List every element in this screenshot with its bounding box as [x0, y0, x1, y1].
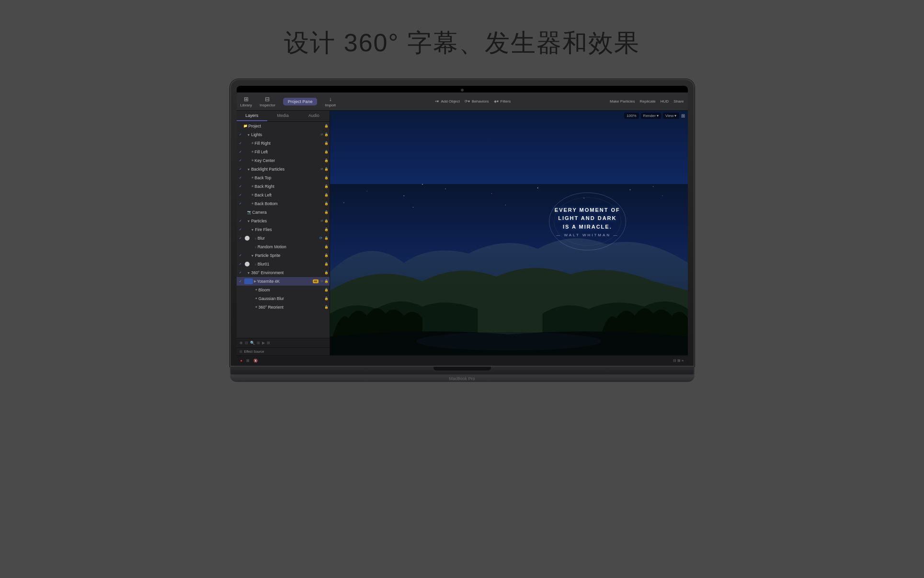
quote-overlay: EVERY MOMENT OF LIGHT AND DARK IS A MIRA… [540, 197, 635, 247]
panel-bottom: ⊕ ⊟ 🔍 ⊞ ▶ ⊠ [237, 338, 330, 347]
layer-check: ✓ [238, 192, 243, 198]
layer-back-right[interactable]: ✓ ☀ Back Right 🔒 [237, 182, 330, 191]
layer-name: Fill Right [255, 141, 323, 146]
triangle-icon: ▼ [247, 168, 251, 171]
panel-tabs: Layers Media Audio [237, 111, 330, 122]
layer-lights[interactable]: ✓ ▼ Lights ⇄ 🔒 [237, 130, 330, 139]
light-icon: ☀ [251, 185, 254, 188]
svg-point-11 [403, 196, 404, 197]
lock-icon: 🔒 [324, 271, 329, 275]
lock-icon: 🔒 [324, 228, 329, 231]
svg-point-12 [445, 188, 445, 189]
layer-name: Back Top [255, 175, 323, 180]
layer-gaussian-blur[interactable]: ✦ Gaussian Blur 🔒 [237, 294, 330, 303]
lock-icon: 🔒 [324, 236, 329, 240]
tab-layers[interactable]: Layers [237, 111, 268, 121]
layer-check: ✓ [238, 218, 243, 224]
tab-media[interactable]: Media [267, 111, 298, 121]
lock-icon: 🔒 [324, 297, 329, 301]
main-area: Layers Media Audio 📁 Project 🔒 [237, 111, 688, 355]
layer-name: Blur01 [258, 262, 323, 266]
layer-back-bottom[interactable]: ✓ ☀ Back Bottom 🔒 [237, 199, 330, 208]
screen-content: ⊞ Library ⊟ Inspector Project Pane ↓ I [237, 92, 688, 366]
make-particles-button[interactable]: Make Particles [610, 99, 635, 104]
layer-check: ✓ [238, 158, 243, 163]
layer-back-left[interactable]: ✓ ☀ Back Left 🔒 [237, 191, 330, 199]
library-button[interactable]: ⊞ Library [240, 96, 252, 107]
behaviors-button[interactable]: ⟳▾ Behaviors [465, 99, 489, 104]
triangle-icon: ▼ [247, 271, 251, 275]
triangle-icon: ▼ [247, 133, 251, 137]
hud-button[interactable]: HUD [661, 99, 669, 104]
svg-point-14 [537, 187, 538, 188]
project-pane-button[interactable]: Project Pane [283, 98, 318, 105]
layer-particles[interactable]: ✓ ▼ Particles ⇄ 🔒 [237, 217, 330, 225]
layer-blur[interactable]: ✓ ○ Blur ⟳ 🔒 [237, 234, 330, 243]
layer-blur01[interactable]: ✓ ○ Blur01 🔒 [237, 260, 330, 268]
arrows-icon: ⇄ [320, 167, 323, 171]
lock-icon: 🔒 [324, 193, 329, 197]
lock-icon: 🔒 [324, 141, 329, 145]
layer-back-top[interactable]: ✓ ☀ Back Top 🔒 [237, 173, 330, 182]
add-object-button[interactable]: +▾ Add Object [435, 99, 460, 104]
layer-check [238, 123, 243, 129]
status-bar: ● ⊞ 🔇 ⊟ ⊠ ≡ [237, 355, 688, 366]
layer-name: Back Right [255, 184, 323, 189]
svg-point-19 [412, 207, 413, 208]
light-icon: ☀ [251, 159, 254, 162]
filters-button[interactable]: ◈▾ Filters [494, 99, 511, 104]
render-btn[interactable]: Render ▾ [641, 113, 661, 119]
lock-icon: 🔒 [324, 254, 329, 257]
layer-yosemite[interactable]: ✓ ▶ Yosemite 4K 4K ⇄ 🔒 [237, 277, 330, 286]
layer-bloom[interactable]: ✦ Bloom 🔒 [237, 286, 330, 294]
camera-dot [461, 89, 464, 92]
layer-particle-sprite[interactable]: ✓ ▼ Particle Sprite 🔒 [237, 251, 330, 260]
quote-text: EVERY MOMENT OF LIGHT AND DARK IS A MIRA… [555, 206, 620, 231]
share-button[interactable]: Share [673, 99, 684, 104]
layer-check [238, 304, 243, 310]
arrows-icon: ⇄ [320, 133, 323, 137]
layer-backlight-particles[interactable]: ✓ ▼ Backlight Particles ⇄ 🔒 [237, 165, 330, 173]
layer-name: Blur [258, 236, 319, 241]
layer-check: ✓ [238, 140, 243, 146]
light-icon: ☀ [251, 193, 254, 197]
layer-name: 360° Reorient [259, 305, 323, 310]
lock-icon: 🔒 [324, 305, 329, 309]
layer-360-reorient[interactable]: ✦ 360° Reorient 🔒 [237, 303, 330, 312]
effect-icon: ✦ [255, 297, 258, 301]
layer-check: ✓ [238, 166, 243, 172]
svg-point-13 [491, 193, 491, 194]
fullscreen-btn[interactable]: ⊞ [681, 113, 685, 118]
macbook-hinge [230, 367, 695, 375]
light-icon: ☀ [251, 202, 254, 206]
circle-icon: ○ [255, 263, 257, 266]
layer-fill-left[interactable]: ✓ ☀ Fill Left 🔒 [237, 148, 330, 156]
triangle-icon: ▼ [251, 254, 254, 257]
inspector-button[interactable]: ⊟ Inspector [260, 96, 275, 107]
lock-icon: 🔒 [324, 124, 329, 128]
layer-name: Fire Flies [255, 227, 323, 232]
layer-key-center[interactable]: ✓ ☀ Key Center 🔒 [237, 156, 330, 165]
macbook-base: MacBook Pro [230, 375, 695, 382]
layer-project[interactable]: 📁 Project 🔒 [237, 122, 330, 130]
lock-icon: 🔒 [324, 288, 329, 292]
layer-360-env[interactable]: ✓ ▼ 360° Environment 🔒 [237, 268, 330, 277]
replicate-button[interactable]: Replicate [639, 99, 655, 104]
view-btn[interactable]: View ▾ [663, 113, 679, 119]
svg-point-22 [416, 332, 601, 351]
layer-fill-right[interactable]: ✓ ☀ Fill Right 🔒 [237, 139, 330, 148]
layer-camera[interactable]: 📷 Camera 🔒 [237, 208, 330, 217]
viewer-image: EVERY MOMENT OF LIGHT AND DARK IS A MIRA… [330, 111, 688, 355]
layer-check: ✓ [238, 270, 243, 276]
viewer-area: EVERY MOMENT OF LIGHT AND DARK IS A MIRA… [330, 111, 688, 355]
page-title: 设计 360° 字幕、发生器和效果 [284, 26, 639, 60]
import-button[interactable]: ↓ Import [325, 96, 336, 107]
layer-fire-flies[interactable]: ✓ ▼ Fire Flies 🔒 [237, 225, 330, 234]
effect-source-bar: ⊞ Effect Source [237, 347, 330, 355]
layer-random-motion[interactable]: ○ Random Motion 🔒 [237, 243, 330, 251]
lock-icon: 🔒 [324, 176, 329, 180]
layer-name: Fill Left [255, 150, 323, 154]
tab-audio[interactable]: Audio [298, 111, 330, 121]
macbook-label: MacBook Pro [230, 376, 695, 381]
svg-point-8 [653, 186, 653, 187]
